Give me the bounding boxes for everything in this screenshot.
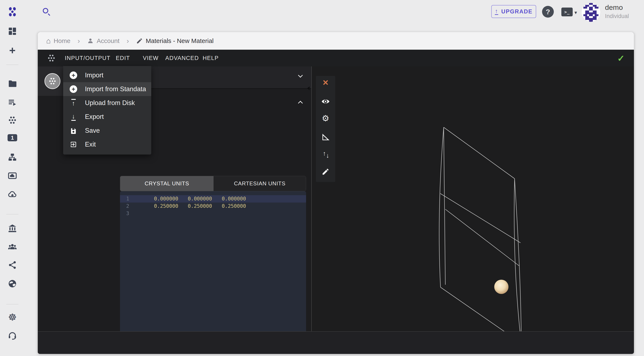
sidebar-item-dashboard[interactable] xyxy=(0,26,25,36)
sidebar-item-teams[interactable] xyxy=(0,242,25,252)
search-button[interactable] xyxy=(43,8,51,16)
menu-input-output[interactable]: INPUT/OUTPUT xyxy=(65,50,110,66)
close-icon: × xyxy=(323,77,328,88)
dashboard-icon xyxy=(8,26,17,36)
sidebar-item-workflows[interactable] xyxy=(0,152,25,162)
help-button[interactable]: ? xyxy=(542,6,554,17)
sidebar-item-share[interactable] xyxy=(0,260,25,270)
breadcrumb-account[interactable]: Account xyxy=(87,37,119,44)
menu-item-upload-from-disk[interactable]: ↑ Upload from Disk xyxy=(63,96,151,110)
mat3ra-logo[interactable] xyxy=(0,6,25,17)
sidebar-item-jobs[interactable] xyxy=(0,98,25,107)
list-play-icon xyxy=(8,98,17,107)
sidebar-divider xyxy=(6,304,18,305)
coord-y: 0.250000 xyxy=(188,203,215,210)
share-icon xyxy=(8,260,17,270)
pencil-icon xyxy=(322,168,330,176)
sidebar-item-materials[interactable] xyxy=(0,115,25,125)
question-icon: ? xyxy=(546,8,550,16)
breadcrumb-current: Materials - New Material xyxy=(136,37,214,44)
material-tile[interactable] xyxy=(38,66,63,96)
menu-edit[interactable]: EDIT xyxy=(116,50,130,66)
settings-button[interactable]: ⚙ xyxy=(316,114,335,122)
line-number: 2 xyxy=(123,203,129,210)
sidebar-item-cloud-upload[interactable] xyxy=(0,189,25,199)
crystal-scene xyxy=(312,66,634,331)
menu-item-import-from-standata[interactable]: + Import from Standata xyxy=(63,82,151,96)
coord-z: 0.000000 xyxy=(222,195,249,203)
headset-icon xyxy=(8,331,17,341)
console-dropdown-button[interactable]: >_ ▾ xyxy=(561,7,577,16)
menu-help[interactable]: HELP xyxy=(203,50,219,66)
breadcrumb-home[interactable]: ⌂ Home xyxy=(46,36,70,45)
page-title: Materials - New Material xyxy=(146,37,214,44)
eye-icon xyxy=(321,97,330,106)
sort-axes-button[interactable]: ↑ ↓ xyxy=(316,151,335,158)
download-icon: ↓ xyxy=(71,113,76,121)
tab-cartesian-units[interactable]: CARTESIAN UNITS xyxy=(214,176,306,191)
edit-button[interactable] xyxy=(316,168,335,177)
material-circle-button[interactable] xyxy=(44,73,60,89)
designer-menubar: INPUT/OUTPUT EDIT VIEW ADVANCED HELP ✓ xyxy=(38,50,634,66)
menu-item-save[interactable]: Save xyxy=(63,124,151,138)
input-output-menu: + Import + Import from Standata ↑ Upload… xyxy=(63,66,151,155)
measure-button[interactable] xyxy=(316,133,335,142)
terminal-icon: >_ xyxy=(561,7,573,16)
molecule-dots-icon xyxy=(47,54,56,63)
main-card: ⌂ Home › Account › Materials - New Mater… xyxy=(38,32,634,354)
visibility-button[interactable] xyxy=(316,97,335,107)
units-tabs: CRYSTAL UNITS CARTESIAN UNITS xyxy=(120,176,306,191)
materials-3d-viewer[interactable]: × ⚙ xyxy=(312,66,634,331)
editor-line[interactable]: 2 0.250000 0.250000 0.250000 xyxy=(120,203,306,210)
basis-code-editor[interactable]: 1 0.000000 0.000000 0.000000 2 0.250000 … xyxy=(120,191,306,354)
molecule-dots-icon xyxy=(48,77,57,85)
user-plan: Individual xyxy=(605,13,629,19)
ruler-triangle-icon xyxy=(321,133,330,141)
breadcrumb-separator-icon: › xyxy=(127,37,129,45)
line-number: 3 xyxy=(123,210,129,217)
sidebar-item-entity-bank[interactable]: 1 xyxy=(0,134,25,141)
app-root: + 1 xyxy=(0,0,644,356)
globe-icon xyxy=(8,279,17,289)
close-viewer-button[interactable]: × xyxy=(316,78,335,87)
coord-z: 0.250000 xyxy=(222,203,249,210)
check-icon: ✓ xyxy=(617,53,625,63)
viewer-toolbar: × ⚙ xyxy=(316,76,335,182)
sidebar-item-organization[interactable] xyxy=(0,224,25,233)
save-icon xyxy=(70,127,77,134)
chevron-down-icon xyxy=(298,73,303,78)
menu-item-import[interactable]: + Import xyxy=(63,68,151,82)
tab-crystal-units[interactable]: CRYSTAL UNITS xyxy=(120,176,214,191)
person-icon xyxy=(87,37,94,44)
sidebar-item-learn-wheel[interactable]: ☸ xyxy=(0,312,25,322)
menu-view[interactable]: VIEW xyxy=(143,50,158,66)
sidebar-item-media[interactable] xyxy=(0,171,25,181)
user-avatar[interactable] xyxy=(582,3,600,22)
plus-circle-icon: + xyxy=(70,85,77,93)
editor-line[interactable]: 3 xyxy=(120,210,306,217)
wheel-icon: ☸ xyxy=(8,312,16,323)
exit-icon xyxy=(70,141,77,148)
gear-icon: ⚙ xyxy=(322,114,329,123)
atom-sphere xyxy=(494,280,508,294)
chevron-up-icon[interactable] xyxy=(298,101,303,106)
cloud-upload-icon xyxy=(7,189,18,199)
menu-item-export[interactable]: ↓ Export xyxy=(63,110,151,124)
sidebar-item-create[interactable]: + xyxy=(0,44,25,57)
menu-item-exit[interactable]: Exit xyxy=(63,138,151,151)
folder-icon xyxy=(8,79,17,88)
user-name: demo xyxy=(605,3,623,11)
menu-advanced[interactable]: ADVANCED xyxy=(165,50,199,66)
line-number: 1 xyxy=(123,195,129,203)
hierarchy-icon xyxy=(8,152,17,162)
caret-down-icon: ▾ xyxy=(574,10,577,15)
editor-line[interactable]: 1 0.000000 0.000000 0.000000 xyxy=(120,195,306,203)
sidebar-item-support[interactable] xyxy=(0,331,25,341)
sidebar-item-explore-web[interactable] xyxy=(0,279,25,289)
splitter-handle-icon[interactable] xyxy=(307,86,310,90)
logo-icon xyxy=(7,6,18,17)
sidebar-divider xyxy=(6,64,18,65)
upgrade-button[interactable]: ↑ UPGRADE xyxy=(491,5,536,18)
identicon xyxy=(582,3,600,22)
sidebar-item-projects[interactable] xyxy=(0,79,25,88)
